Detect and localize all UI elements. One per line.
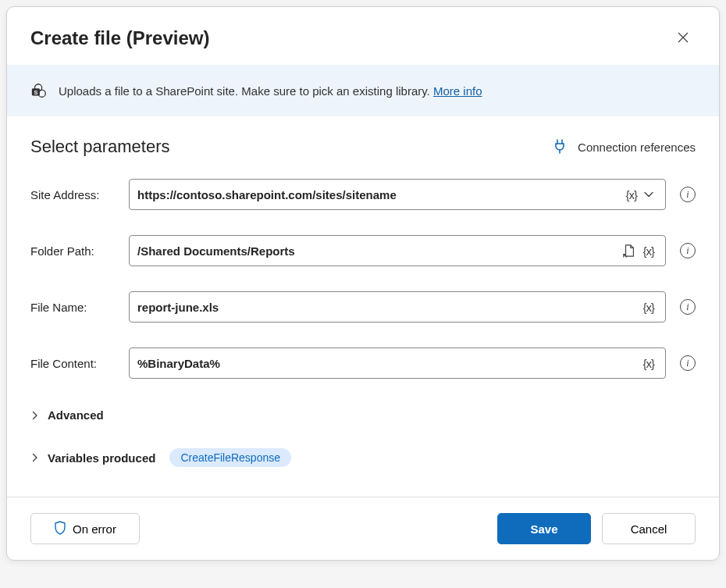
advanced-label: Advanced xyxy=(48,408,104,422)
variables-produced-label: Variables produced xyxy=(48,451,155,465)
dialog-body: Select parameters Connection references … xyxy=(7,116,719,497)
file-name-label: File Name: xyxy=(30,301,118,314)
chevron-right-icon xyxy=(30,411,40,420)
shield-icon xyxy=(54,521,66,537)
cancel-button[interactable]: Cancel xyxy=(602,513,696,544)
info-bar: S Uploads a file to a SharePoint site. M… xyxy=(7,65,719,116)
more-info-link[interactable]: More info xyxy=(433,84,482,98)
folder-path-input[interactable] xyxy=(137,244,619,258)
site-address-label: Site Address: xyxy=(30,188,118,201)
params-header: Select parameters Connection references xyxy=(30,137,696,157)
variable-picker-icon[interactable]: {x} xyxy=(622,186,640,204)
save-button[interactable]: Save xyxy=(497,513,591,544)
info-icon[interactable]: i xyxy=(680,187,696,202)
info-icon[interactable]: i xyxy=(680,355,696,371)
dialog-header: Create file (Preview) xyxy=(7,7,719,65)
info-text: Uploads a file to a SharePoint site. Mak… xyxy=(59,84,482,98)
variable-picker-icon[interactable]: {x} xyxy=(639,298,657,316)
folder-path-row: Folder Path: {x} i xyxy=(30,235,696,266)
variable-badge[interactable]: CreateFileResponse xyxy=(169,448,291,467)
file-content-input[interactable] xyxy=(137,357,639,370)
close-button[interactable] xyxy=(671,26,696,51)
file-name-row: File Name: {x} i xyxy=(30,291,696,323)
on-error-button[interactable]: On error xyxy=(30,513,140,544)
site-address-input[interactable] xyxy=(137,188,622,201)
site-address-row: Site Address: {x} i xyxy=(30,179,696,210)
connection-references-button[interactable]: Connection references xyxy=(553,138,696,156)
on-error-label: On error xyxy=(73,522,116,536)
info-text-body: Uploads a file to a SharePoint site. Mak… xyxy=(59,84,433,98)
connection-references-label: Connection references xyxy=(578,141,696,154)
variable-picker-icon[interactable]: {x} xyxy=(639,355,657,372)
select-parameters-title: Select parameters xyxy=(30,137,170,157)
file-name-input[interactable] xyxy=(137,301,639,314)
file-content-row: File Content: {x} i xyxy=(30,347,696,379)
info-icon[interactable]: i xyxy=(680,243,696,258)
create-file-dialog: Create file (Preview) S Uploads a file t… xyxy=(6,6,720,561)
svg-text:S: S xyxy=(34,89,37,96)
plug-icon xyxy=(553,138,567,156)
file-name-input-wrap: {x} xyxy=(129,291,666,323)
site-address-input-wrap: {x} xyxy=(129,179,666,210)
advanced-toggle[interactable]: Advanced xyxy=(30,404,696,426)
chevron-down-icon[interactable] xyxy=(640,187,657,202)
sharepoint-connector-icon: S xyxy=(30,82,48,99)
file-picker-icon[interactable] xyxy=(619,241,639,260)
file-content-input-wrap: {x} xyxy=(129,347,666,379)
variable-picker-icon[interactable]: {x} xyxy=(639,242,657,260)
close-icon xyxy=(677,31,689,46)
variables-produced-toggle[interactable]: Variables produced CreateFileResponse xyxy=(30,444,696,472)
folder-path-label: Folder Path: xyxy=(30,244,118,258)
dialog-footer: On error Save Cancel xyxy=(7,497,719,560)
file-content-label: File Content: xyxy=(30,357,118,370)
info-icon[interactable]: i xyxy=(680,299,696,315)
dialog-title: Create file (Preview) xyxy=(30,27,209,49)
folder-path-input-wrap: {x} xyxy=(129,235,666,266)
chevron-right-icon xyxy=(30,453,40,462)
